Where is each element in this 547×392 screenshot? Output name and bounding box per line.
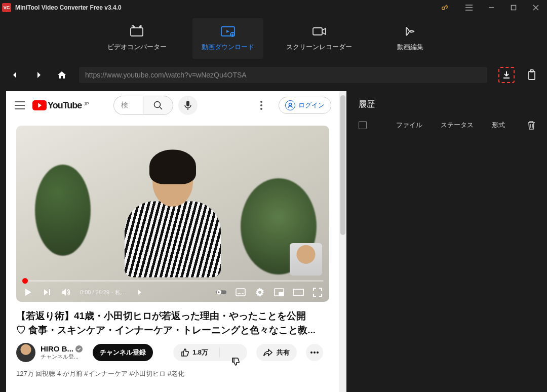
dislike-button[interactable]	[224, 344, 247, 361]
like-button[interactable]: 1.8万	[173, 344, 215, 361]
verified-icon	[75, 345, 83, 352]
theater-button[interactable]	[293, 287, 304, 298]
user-icon	[285, 100, 295, 110]
delete-button[interactable]	[527, 120, 536, 130]
autoplay-toggle[interactable]	[216, 287, 227, 298]
youtube-logo[interactable]: YouTube JP	[32, 100, 89, 111]
share-button[interactable]: 共有	[256, 344, 297, 361]
svg-rect-13	[530, 70, 533, 72]
tab-video-editor[interactable]: 動画編集	[375, 18, 446, 59]
login-label: ログイン	[298, 101, 325, 110]
svg-rect-31	[293, 289, 303, 295]
fullscreen-button[interactable]	[312, 287, 323, 298]
subscribe-button[interactable]: チャンネル登録	[93, 344, 153, 361]
like-dislike-pill: 1.8万	[173, 344, 247, 361]
history-header: ファイル ステータス 形式	[359, 120, 536, 130]
back-button[interactable]	[9, 69, 21, 81]
search-input[interactable]: 検	[113, 96, 143, 115]
svg-rect-30	[279, 292, 283, 295]
history-title: 履歴	[359, 99, 536, 110]
svg-point-35	[317, 351, 319, 354]
select-all-checkbox[interactable]	[359, 121, 367, 129]
login-button[interactable]: ログイン	[279, 97, 331, 114]
app-title: MiniTool Video Converter Free v3.4.0	[15, 4, 122, 11]
search-button[interactable]	[143, 96, 173, 115]
tab-video-download[interactable]: 動画ダウンロード	[192, 18, 263, 59]
next-button[interactable]	[42, 287, 53, 298]
video-bg	[35, 165, 91, 256]
tab-label: スクリーンレコーダー	[286, 43, 352, 52]
more-actions-button[interactable]	[306, 344, 323, 361]
scrollbar-thumb[interactable]	[340, 95, 345, 235]
titlebar: VC MiniTool Video Converter Free v3.4.0	[0, 0, 547, 15]
converter-icon	[129, 25, 145, 37]
col-format: 形式	[492, 121, 505, 130]
channel-avatar[interactable]	[16, 343, 35, 362]
captions-button[interactable]	[235, 287, 246, 298]
minimize-icon[interactable]	[480, 0, 502, 15]
upgrade-icon[interactable]	[434, 0, 456, 15]
svg-rect-26	[236, 289, 245, 296]
forward-button[interactable]	[32, 69, 45, 81]
history-panel: 履歴 ファイル ステータス 形式	[346, 88, 547, 392]
youtube-country: JP	[84, 101, 89, 106]
app-icon: VC	[2, 3, 11, 12]
video-title: 【若返り術】41歳・小田切ヒロが若返った理由・やったことを公開 ♡ 食事・スキン…	[6, 302, 339, 339]
svg-rect-8	[131, 28, 143, 36]
video-player[interactable]: 0:00 / 26:29・私…	[16, 126, 329, 302]
tab-label: 動画ダウンロード	[202, 43, 254, 52]
download-button[interactable]	[498, 67, 515, 83]
col-status: ステータス	[441, 121, 474, 130]
col-file: ファイル	[396, 121, 422, 130]
more-icon[interactable]	[260, 101, 272, 110]
download-icon	[220, 25, 236, 37]
menu-icon[interactable]	[458, 0, 480, 15]
channel-row: HIRO B... チャンネル登... チャンネル登録 1.8万 共有	[6, 339, 339, 362]
svg-point-34	[314, 351, 316, 354]
svg-point-20	[260, 101, 262, 103]
progress-bar[interactable]	[22, 280, 323, 282]
video-subject	[122, 156, 223, 288]
youtube-search: 検	[113, 96, 198, 115]
youtube-wordmark: YouTube	[48, 100, 82, 111]
url-input[interactable]: https://www.youtube.com/watch?v=wNezQu4O…	[79, 67, 487, 83]
hamburger-icon[interactable]	[14, 101, 26, 110]
play-button[interactable]	[22, 287, 33, 298]
svg-rect-12	[529, 71, 535, 80]
browser-view: YouTube JP 検 ログイン	[6, 91, 346, 392]
clipboard-button[interactable]	[526, 68, 538, 82]
svg-rect-19	[186, 101, 189, 106]
tab-label: 動画編集	[397, 43, 423, 52]
close-icon[interactable]	[525, 0, 547, 15]
svg-point-21	[260, 104, 262, 106]
player-controls: 0:00 / 26:29・私…	[16, 283, 329, 302]
scrollbar-track[interactable]	[339, 91, 346, 392]
svg-point-17	[154, 102, 160, 108]
youtube-header: YouTube JP 検 ログイン	[6, 91, 339, 120]
video-meta: 127万 回視聴 4 か月前 #インナーケア #小田切ヒロ #老化	[6, 362, 339, 378]
share-label: 共有	[277, 348, 290, 357]
time-display: 0:00 / 26:29・私…	[80, 289, 126, 296]
svg-point-22	[260, 108, 262, 110]
youtube-play-icon	[32, 100, 47, 110]
like-count: 1.8万	[192, 348, 208, 357]
svg-point-23	[289, 103, 292, 106]
miniplayer-button[interactable]	[274, 287, 285, 298]
channel-subs: チャンネル登...	[41, 353, 83, 361]
svg-line-18	[160, 107, 162, 109]
home-button[interactable]	[56, 69, 68, 81]
maximize-icon[interactable]	[502, 0, 525, 15]
url-text: https://www.youtube.com/watch?v=wNezQu4O…	[85, 71, 247, 79]
settings-button[interactable]	[254, 287, 265, 298]
svg-rect-11	[313, 28, 322, 35]
voice-search-button[interactable]	[178, 96, 198, 115]
tab-video-converter[interactable]: ビデオコンバーター	[101, 18, 172, 59]
chevron-right-icon[interactable]	[134, 287, 145, 298]
browser-nav: https://www.youtube.com/watch?v=wNezQu4O…	[0, 62, 547, 88]
tab-screen-recorder[interactable]: スクリーンレコーダー	[284, 18, 355, 59]
volume-button[interactable]	[61, 287, 72, 298]
recorder-icon	[311, 25, 327, 37]
tab-label: ビデオコンバーター	[107, 43, 167, 52]
editor-icon	[402, 25, 418, 37]
channel-name[interactable]: HIRO B...	[41, 344, 83, 353]
